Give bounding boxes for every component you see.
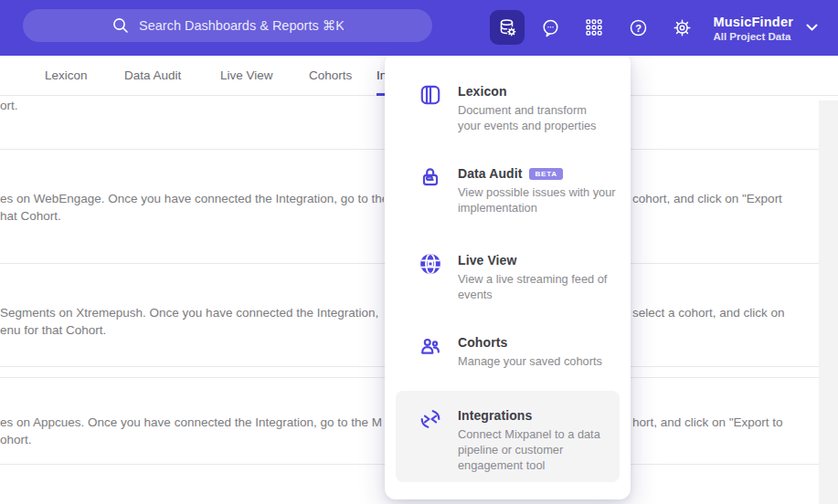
globe-icon: [419, 252, 442, 276]
menu-item-live-view[interactable]: Live View View a live streaming feed of …: [396, 244, 620, 311]
settings-gear-icon: [672, 17, 693, 38]
menu-item-description: View a live streaming feed of events: [458, 271, 607, 302]
data-management-button[interactable]: [490, 10, 525, 45]
menu-item-title: Data Audit: [458, 166, 522, 181]
menu-item-description: Document and transform your events and p…: [458, 102, 597, 133]
data-management-dropdown: Lexicon Document and transform your even…: [385, 53, 631, 499]
page-gutter: [819, 100, 838, 504]
feedback-button[interactable]: [533, 10, 568, 45]
project-switcher[interactable]: MusicFinder All Project Data: [713, 0, 818, 56]
menu-item-title: Cohorts: [458, 335, 507, 350]
menu-item-cohorts[interactable]: Cohorts Manage your saved cohorts: [396, 326, 620, 378]
integration-row-text: Segments on Xtremepush. Once you have co…: [0, 304, 384, 339]
menu-item-integrations[interactable]: Integrations Connect Mixpanel to a data …: [396, 391, 620, 482]
people-icon: [419, 334, 442, 358]
beta-badge: BETA: [529, 168, 562, 180]
project-subtitle: All Project Data: [713, 31, 793, 42]
search-input[interactable]: [139, 18, 344, 33]
book-icon: [419, 83, 442, 107]
integration-row-text: select a cohort, and click on: [632, 304, 819, 321]
data-management-icon: [497, 17, 518, 38]
integration-row-text: cohort, and click on "Export: [632, 190, 819, 207]
global-search[interactable]: [23, 9, 432, 42]
tab-cohorts[interactable]: Cohorts: [309, 56, 352, 95]
help-button[interactable]: ?: [621, 10, 655, 45]
search-icon: [111, 16, 130, 35]
tab-lexicon[interactable]: Lexicon: [45, 56, 88, 95]
help-icon: ?: [628, 17, 649, 38]
project-name: MusicFinder: [713, 15, 793, 29]
svg-text:?: ?: [635, 22, 642, 33]
menu-item-title: Lexicon: [458, 84, 507, 99]
menu-item-description: Connect Mixpanel to a data pipeline or c…: [458, 426, 600, 473]
apps-grid-icon: [584, 17, 604, 37]
menu-item-lexicon[interactable]: Lexicon Document and transform your even…: [396, 75, 620, 142]
lock-audit-icon: [419, 165, 442, 189]
apps-grid-button[interactable]: [577, 10, 611, 45]
chevron-down-icon: [806, 24, 818, 32]
top-navigation-bar: ? MusicFinder All Project Data: [0, 0, 838, 56]
menu-item-title: Live View: [458, 253, 516, 268]
menu-item-title: Integrations: [458, 408, 532, 423]
settings-button[interactable]: [664, 10, 699, 45]
integration-row-text: hort, and click on "Export to: [632, 414, 819, 431]
sync-arrows-icon: [419, 407, 442, 431]
menu-item-description: View possible issues with your implement…: [458, 184, 616, 215]
tab-data-audit[interactable]: Data Audit: [124, 56, 181, 95]
tab-live-view[interactable]: Live View: [220, 56, 273, 95]
feedback-chat-icon: [540, 17, 561, 38]
menu-item-description: Manage your saved cohorts: [458, 353, 602, 369]
integration-row-text: ort.: [0, 97, 384, 114]
menu-item-data-audit[interactable]: Data Audit BETA View possible issues wit…: [396, 157, 620, 225]
integration-row-text: es on WebEngage. Once you have connected…: [0, 190, 384, 225]
integration-row-text: es on Appcues. Once you have connected t…: [0, 414, 384, 448]
